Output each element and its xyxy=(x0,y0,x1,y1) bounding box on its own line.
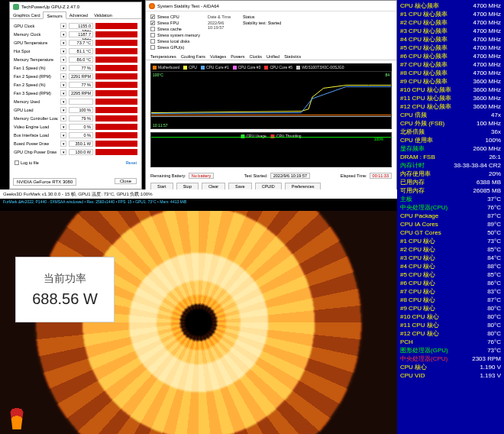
checkbox-icon[interactable] xyxy=(150,45,155,50)
hw-info-key: #1 CPU 核心 xyxy=(400,237,467,245)
gpuz-sensor-dropdown[interactable]: ▾ xyxy=(60,99,66,105)
gpuz-sensor-bar xyxy=(95,90,137,96)
hw-info-row: #5 CPU 核心85°C xyxy=(397,270,504,279)
hw-info-row: #4 CPU 核心88°C xyxy=(397,262,504,270)
hw-info-key: #4 CPU 核心 xyxy=(400,262,467,270)
gpuz-sensor-dropdown[interactable]: ▾ xyxy=(60,107,66,113)
gpuz-sensor-dropdown[interactable]: ▾ xyxy=(60,57,66,63)
aida-tab[interactable]: Clocks xyxy=(250,53,263,60)
aida-stress-check[interactable]: Stress GPU(s) xyxy=(150,45,200,50)
aida-battery-label: Remaining Battery: xyxy=(150,173,186,178)
gpuz-log-checkbox[interactable] xyxy=(15,160,19,165)
hw-info-value: 80°C xyxy=(467,329,501,338)
aida-titlebar[interactable]: System Stability Test - AIDA64 xyxy=(146,1,396,11)
gpuz-sensor-dropdown[interactable]: ▾ xyxy=(60,124,66,130)
checkbox-icon[interactable] xyxy=(150,39,155,44)
gpuz-sensor-label: Fan 3 Speed (RPM) xyxy=(14,91,58,96)
hw-info-value: 6388 MB xyxy=(467,178,501,186)
hw-info-row: 已用内存6388 MB xyxy=(397,178,504,186)
gpuz-tab-graphics[interactable]: Graphics Card xyxy=(10,11,43,18)
gpuz-tab-validation[interactable]: Validation xyxy=(91,11,115,18)
gpuz-sensor-label: GPU Temperature xyxy=(14,40,58,45)
gpuz-tab-advanced[interactable]: Advanced xyxy=(66,11,91,18)
hw-info-row: #1 CPU 核心73°C xyxy=(397,237,504,245)
gpuz-reset-link[interactable]: Reset xyxy=(126,160,137,165)
hw-info-value: 76°C xyxy=(467,203,501,212)
hw-info-row: CPU 倍频47x xyxy=(397,111,504,119)
hw-info-row: CPU 使用率100% xyxy=(397,136,504,144)
hw-info-key: #1 CPU 核心频率 xyxy=(400,10,467,18)
aida-stress-check[interactable]: Stress FPU xyxy=(150,21,200,25)
aida-battery-value: No battery xyxy=(189,173,214,179)
gpuz-sensor-dropdown[interactable]: ▾ xyxy=(60,115,66,121)
hw-info-row: 内存使用率20% xyxy=(397,170,504,178)
gpuz-sensor-value: 0 % xyxy=(69,132,93,138)
gpuz-gpu-name[interactable]: NVIDIA GeForce RTX 3080 xyxy=(13,178,76,186)
aida-stress-check[interactable]: Stress local disks xyxy=(150,39,200,44)
furmark-flame-icon xyxy=(6,400,27,429)
hw-info-value: 73°C xyxy=(467,346,501,355)
gpuz-tab-sensors[interactable]: Sensors xyxy=(43,11,66,19)
hw-info-key: 已用内存 xyxy=(400,178,467,186)
gpuz-sensor-dropdown[interactable]: ▾ xyxy=(60,65,66,71)
aida-tab[interactable]: Voltages xyxy=(210,53,226,60)
aida-icon xyxy=(149,3,155,9)
aida-tab[interactable]: Cooling Fans xyxy=(181,53,205,60)
gpuz-sensor-row: Fan 2 Speed (%)▾77 % xyxy=(14,80,137,89)
power-value: 688.56 W xyxy=(32,290,98,308)
aida-stress-check[interactable]: Stress CPU xyxy=(150,15,200,19)
gpuz-sensor-label: GPU Load xyxy=(14,108,58,112)
gpuz-sensor-dropdown[interactable]: ▾ xyxy=(60,149,66,155)
checkbox-icon[interactable] xyxy=(150,33,155,37)
gpuz-sensor-dropdown[interactable]: ▾ xyxy=(60,141,66,147)
gpuz-icon xyxy=(13,4,19,10)
hw-info-value: 37°C xyxy=(467,195,501,203)
aida-check-label: Stress CPU xyxy=(157,15,179,19)
hw-info-row: 中央处理器(CPU)76°C xyxy=(397,203,504,212)
checkbox-icon[interactable] xyxy=(150,21,155,25)
hw-info-value: 85°C xyxy=(467,270,501,279)
aida-check-label: Stress GPU(s) xyxy=(157,45,184,50)
gpuz-close-button[interactable]: Close xyxy=(115,178,137,184)
aida-legend-item: CPU xyxy=(183,65,197,70)
hw-info-value: 88°C xyxy=(467,262,501,270)
aida-tab[interactable]: Temperatures xyxy=(150,53,176,60)
gpuz-sensor-label: Memory Clock xyxy=(14,32,58,37)
aida-check-label: Stress cache xyxy=(157,27,182,31)
aida-tab[interactable]: Unified xyxy=(267,53,279,60)
gpuz-window: TechPowerUp GPU-Z 2.47.0 Graphics Card S… xyxy=(9,2,142,189)
gpuz-sensor-dropdown[interactable]: ▾ xyxy=(60,40,66,46)
hw-info-row: #1 CPU 核心频率4700 MHz xyxy=(397,10,504,18)
gpuz-sensor-dropdown[interactable]: ▾ xyxy=(60,82,66,88)
hw-info-row: #12 CPU 核心80°C xyxy=(397,329,504,338)
aida-started-label: Test Started: xyxy=(244,173,268,178)
gpuz-sensor-row: Fan 3 Speed (RPM)▾2295 RPM xyxy=(14,89,137,97)
aida-stress-check[interactable]: Stress cache xyxy=(150,27,200,31)
gpuz-sensor-dropdown[interactable]: ▾ xyxy=(60,132,66,138)
aida-chart-legend: MotherboardCPUCPU Core #1CPU Core #3CPU … xyxy=(150,63,392,71)
hw-info-key: #12 CPU 核心频率 xyxy=(400,102,467,111)
furmark-titlebar[interactable]: Geeks3D FurMark v1.30.0.0 - 15 帧, GPU1 温… xyxy=(0,189,397,199)
gpuz-sensor-value: 86.0 °C xyxy=(69,57,93,63)
hw-info-value: 85°C xyxy=(467,245,501,254)
gpuz-sensor-dropdown[interactable]: ▾ xyxy=(60,90,66,96)
aida-started-value: 2022/9/6 10:19:57 xyxy=(270,173,310,179)
hw-info-key: CPU 使用率 xyxy=(400,136,467,144)
aida-tab[interactable]: Powers xyxy=(231,53,244,60)
hw-info-value: 47x xyxy=(467,111,501,119)
checkbox-icon[interactable] xyxy=(150,15,155,19)
aida-stress-check[interactable]: Stress system memory xyxy=(150,33,200,37)
checkbox-icon[interactable] xyxy=(150,27,155,31)
gpuz-sensor-dropdown[interactable]: ▾ xyxy=(60,73,66,79)
aida-legend-item: Motherboard xyxy=(153,65,179,70)
gpuz-sensor-dropdown[interactable]: ▾ xyxy=(60,23,66,29)
hw-info-row: DRAM : FSB26:1 xyxy=(397,153,504,161)
gpuz-sensor-dropdown[interactable]: ▾ xyxy=(60,31,66,37)
gpuz-sensor-bar xyxy=(95,57,137,63)
gpuz-sensor-label: Hot Spot xyxy=(14,49,58,53)
gpuz-sensor-dropdown[interactable]: ▾ xyxy=(60,48,66,54)
gpuz-titlebar[interactable]: TechPowerUp GPU-Z 2.47.0 xyxy=(10,2,141,11)
aida-status-value: Stability test: Started xyxy=(243,21,281,30)
hw-info-value: 86°C xyxy=(467,279,501,287)
aida-tab[interactable]: Statistics xyxy=(284,53,301,60)
